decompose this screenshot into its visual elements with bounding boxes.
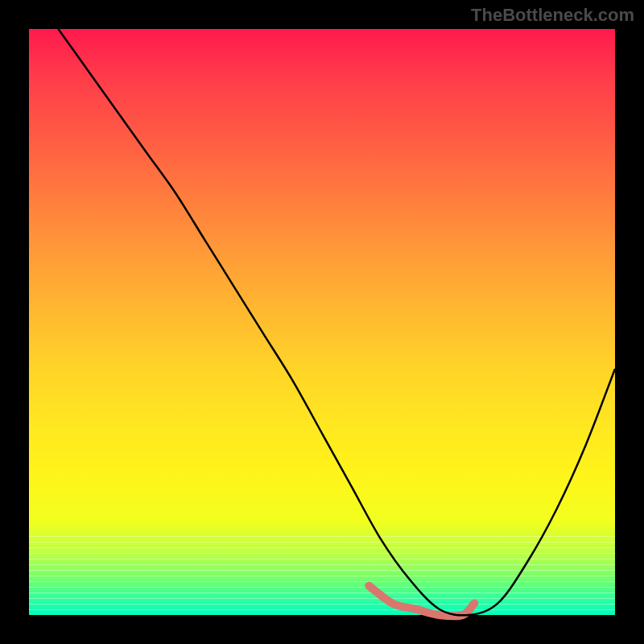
watermark-text: TheBottleneck.com xyxy=(471,5,634,26)
main-curve-path xyxy=(58,29,615,615)
chart-svg xyxy=(29,29,615,615)
valley-highlight-path xyxy=(369,586,474,617)
chart-plot-area xyxy=(29,29,615,615)
